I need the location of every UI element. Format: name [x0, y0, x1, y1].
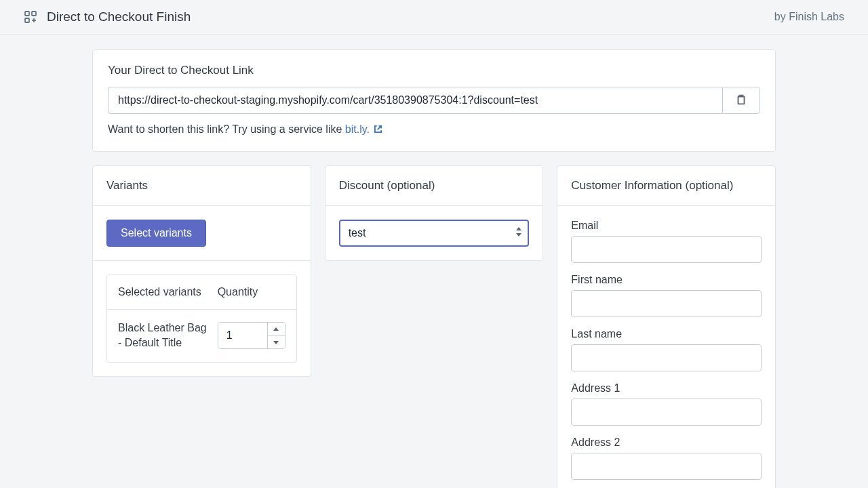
form-group-first-name: First name [571, 274, 762, 317]
address2-field[interactable] [571, 453, 762, 480]
first-name-label: First name [571, 274, 762, 286]
form-group-address2: Address 2 [571, 436, 762, 480]
address1-label: Address 1 [571, 382, 762, 394]
bitly-link-text: bit.ly. [345, 123, 370, 135]
select-variants-button[interactable]: Select variants [106, 220, 206, 247]
discount-input[interactable] [339, 220, 530, 247]
shorten-hint: Want to shorten this link? Try using a s… [108, 123, 760, 136]
discount-input-wrap [339, 220, 530, 247]
customer-card-title: Customer Information (optional) [557, 166, 775, 206]
discount-card-body [326, 206, 543, 260]
variants-card-title: Variants [93, 166, 311, 206]
checkout-link-input[interactable] [108, 87, 722, 114]
variant-qty-cell [218, 322, 285, 349]
page-title: Direct to Checkout Finish [47, 9, 191, 24]
checkout-link-card: Your Direct to Checkout Link Want to sho… [92, 49, 776, 152]
svg-rect-1 [32, 12, 36, 16]
form-group-address1: Address 1 [571, 382, 762, 426]
form-group-last-name: Last name [571, 328, 762, 371]
svg-rect-0 [25, 12, 29, 16]
customer-col: Customer Information (optional) Email Fi… [557, 165, 776, 488]
email-field[interactable] [571, 236, 762, 263]
customer-card-body: Email First name Last name Address 1 [557, 206, 775, 488]
quantity-arrows [267, 323, 285, 348]
variants-table-header-qty: Quantity [218, 286, 285, 298]
last-name-field[interactable] [571, 344, 762, 371]
variants-card: Variants Select variants Selected varian… [92, 165, 311, 377]
shorten-hint-text: Want to shorten this link? Try using a s… [108, 123, 345, 135]
discount-card: Discount (optional) [325, 165, 544, 261]
variants-table-header: Selected variants Quantity [107, 275, 296, 310]
topbar-left: Direct to Checkout Finish [24, 9, 191, 24]
quantity-up-button[interactable] [268, 323, 285, 336]
variants-table: Selected variants Quantity Black Leather… [106, 274, 297, 363]
checkout-link-title: Your Direct to Checkout Link [108, 64, 760, 77]
quantity-down-button[interactable] [268, 336, 285, 349]
variants-table-header-name: Selected variants [118, 286, 211, 298]
last-name-label: Last name [571, 328, 762, 340]
variants-card-actions: Select variants [93, 206, 311, 261]
quantity-input[interactable] [218, 323, 267, 348]
by-line: by Finish Labs [774, 11, 844, 23]
form-group-email: Email [571, 220, 762, 263]
address1-field[interactable] [571, 399, 762, 426]
variants-col: Variants Select variants Selected varian… [92, 165, 311, 377]
chevron-down-icon [273, 341, 279, 344]
panels-row: Variants Select variants Selected varian… [92, 165, 776, 488]
external-link-icon [374, 124, 382, 136]
variant-name: Black Leather Bag - Default Title [118, 321, 211, 351]
chevron-up-icon [273, 327, 279, 331]
bitly-link[interactable]: bit.ly. [345, 123, 383, 135]
svg-rect-2 [25, 18, 29, 22]
quantity-stepper [218, 322, 285, 349]
main-container: Your Direct to Checkout Link Want to sho… [0, 35, 868, 488]
discount-card-title: Discount (optional) [326, 166, 543, 206]
first-name-field[interactable] [571, 290, 762, 317]
clipboard-icon [735, 94, 747, 108]
email-label: Email [571, 220, 762, 232]
app-grid-icon [24, 10, 37, 24]
variants-card-table-wrap: Selected variants Quantity Black Leather… [93, 261, 311, 376]
address2-label: Address 2 [571, 436, 762, 449]
discount-col: Discount (optional) [325, 165, 544, 261]
table-row: Black Leather Bag - Default Title [107, 310, 296, 362]
copy-button[interactable] [722, 87, 760, 114]
topbar: Direct to Checkout Finish by Finish Labs [0, 0, 868, 35]
customer-card: Customer Information (optional) Email Fi… [557, 165, 776, 488]
checkout-link-row [108, 87, 760, 114]
